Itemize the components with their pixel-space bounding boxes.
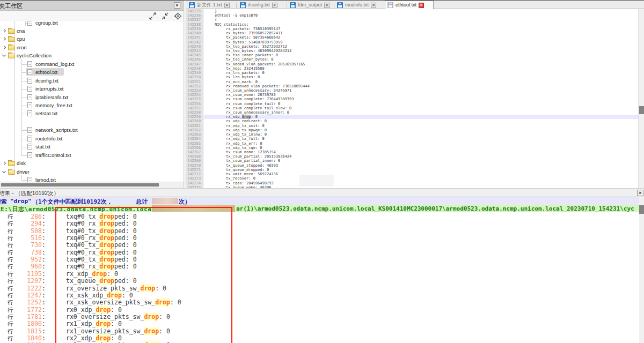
result-line-number: 508 [19, 228, 42, 235]
tree-hscroll-thumb[interactable] [1, 183, 159, 187]
editor-line: rx_csum_none: 26759783 [204, 93, 638, 97]
tree-item-netstat-txt[interactable]: netstat.txt [0, 110, 184, 117]
collapse-all-icon[interactable] [161, 12, 169, 20]
file-icon [27, 144, 32, 150]
tree-item-lsmod-txt[interactable]: lsmod.txt [0, 176, 184, 182]
gutter-line-number: 142258 [186, 110, 203, 115]
annotation-red-box [55, 207, 232, 343]
editor-line: rx_xdp_drop: 0 [204, 115, 638, 119]
editor-line: tx_csum_none: 12385154 [204, 150, 638, 154]
gutter-line-number: 142268 [186, 154, 203, 159]
editor-line: NIC statistics: [204, 23, 638, 27]
result-line-number: 1840 [19, 335, 42, 342]
gutter-line-number: 142235 [186, 9, 203, 13]
editor-text-area[interactable]: }ethtool -S enp1s0f0(NIC statistics: rx_… [204, 9, 638, 188]
gutter-line-number: 142241 [186, 35, 203, 40]
tab-ifconfig-txt[interactable]: ifconfig.txt× [238, 1, 287, 9]
colon: : [42, 263, 46, 270]
tab-close-icon[interactable]: × [324, 3, 330, 8]
chevron-down-icon[interactable] [2, 169, 6, 173]
gutter-line-number: 142249 [186, 71, 203, 75]
results-vertical-scrollbar[interactable] [639, 197, 644, 343]
tab--1-txt[interactable]: 新文件 1.txt× [187, 1, 237, 9]
tab-close-icon[interactable]: × [272, 3, 277, 8]
tree-item-cpu[interactable]: cpu [0, 35, 184, 43]
tab-ethtool-txt[interactable]: ethtool.txt× [385, 1, 434, 9]
locate-file-icon[interactable] [174, 12, 182, 20]
editor-panel: 新文件 1.txt×ifconfig.txt×fdm_output×modinf… [186, 1, 644, 188]
result-line-number: 294 [19, 220, 42, 227]
file-icon [27, 177, 32, 182]
folder-icon [8, 170, 15, 175]
chevron-right-icon[interactable] [2, 29, 6, 33]
tab-label: 新文件 1.txt [197, 2, 222, 8]
workspace-titlebar[interactable]: 文件夹工作区 × [0, 1, 184, 11]
result-line-number: 1195 [19, 271, 42, 278]
editor-line: rx_xdp_tx_err: 0 [204, 141, 638, 146]
tree-item-disk[interactable]: disk [0, 160, 184, 167]
tab-modinfo-txt[interactable]: modinfo.txt× [335, 1, 384, 9]
gutter-line-number: 142252 [186, 84, 203, 88]
tree-item-cna[interactable]: cna [0, 27, 184, 35]
file-icon [27, 86, 32, 92]
tree-item-memory-free-txt[interactable]: memory_free.txt [0, 102, 184, 109]
editor-line: tx_packets: 507354668642 [204, 35, 638, 40]
chevron-right-icon[interactable] [2, 46, 6, 49]
tree-item-label: netstat.txt [35, 110, 57, 116]
chevron-right-icon[interactable] [2, 161, 6, 165]
tree-item-stat-txt[interactable]: stat.txt [0, 143, 184, 151]
colon: : [42, 328, 46, 335]
tree-item-label: network_scripts.txt [35, 127, 78, 133]
gutter-line-number: 142240 [186, 31, 203, 35]
file-icon [27, 110, 32, 116]
gutter-line-number: 142265 [186, 141, 203, 146]
workspace-close-icon[interactable]: × [174, 2, 180, 9]
editor-line: rx_xdp_tx_mpwqe: 0 [204, 128, 638, 132]
tree-horizontal-scrollbar[interactable] [0, 182, 184, 187]
chevron-down-icon[interactable] [2, 53, 6, 57]
tab-close-icon[interactable]: × [371, 3, 376, 8]
tab-separator [334, 3, 334, 8]
editor-line: } [204, 9, 638, 13]
save-floppy-icon [337, 2, 343, 8]
gutter-line-number: 142256 [186, 102, 203, 106]
tree-item-network-scripts-txt[interactable]: network_scripts.txt [0, 126, 184, 134]
tree-item-command-log-txt[interactable]: command_log.txt [0, 61, 184, 68]
editor-line: rx_xdp_redirect: 0 [204, 119, 638, 123]
tab-fdm-output[interactable]: fdm_output× [288, 1, 334, 9]
tree-item-cron[interactable]: cron [0, 44, 184, 51]
tree-item-label: cron [17, 44, 26, 50]
colon: : [42, 213, 46, 220]
tab-close-icon[interactable]: × [419, 3, 424, 8]
save-floppy-icon [290, 2, 296, 8]
colon: : [42, 314, 46, 320]
expand-all-icon[interactable] [149, 12, 157, 20]
gutter-line-number: 142260 [186, 119, 203, 123]
tree-item-ifconfig-txt[interactable]: ifconfig.txt [0, 77, 184, 85]
tree-item-ethtool-txt[interactable]: ethtool.txt [0, 69, 184, 76]
editor-vertical-scrollbar[interactable] [638, 9, 644, 188]
colon: : [42, 307, 46, 314]
tree-item-routeInfo-txt[interactable]: routeInfo.txt [0, 135, 184, 143]
gutter-line-number: 142257 [186, 106, 203, 110]
file-icon [27, 69, 32, 75]
results-vscroll-thumb[interactable] [639, 205, 644, 214]
editor-vscroll-thumb[interactable] [639, 106, 644, 114]
tree-item-trafficControl-txt[interactable]: trafficControl.txt [0, 152, 184, 159]
gutter-line-number: 142272 [186, 172, 203, 176]
tree-item-cyclicCollection[interactable]: cyclicCollection [0, 52, 184, 59]
tree-item-cgroup-txt[interactable]: cgroup.txt [0, 21, 184, 27]
colon: : [42, 220, 46, 227]
workspace-file-tree[interactable]: cgroup.txtcnacpucroncyclicCollectioncomm… [0, 21, 184, 182]
tab-close-icon[interactable]: × [224, 3, 230, 8]
gutter-line-number: 142245 [186, 53, 203, 57]
tree-item-iptablesInfo-txt[interactable]: iptablesInfo.txt [0, 94, 184, 101]
save-floppy-icon [387, 2, 393, 8]
gutter-line-number: 142266 [186, 146, 203, 150]
colon: : [42, 285, 46, 292]
tree-item-interrupts-txt[interactable]: interrupts.txt [0, 85, 184, 93]
chevron-right-icon[interactable] [2, 37, 6, 41]
gutter-line-number: 142243 [186, 44, 203, 49]
tree-item-driver[interactable]: driver [0, 168, 184, 176]
gutter-line-number: 142236 [186, 13, 203, 18]
